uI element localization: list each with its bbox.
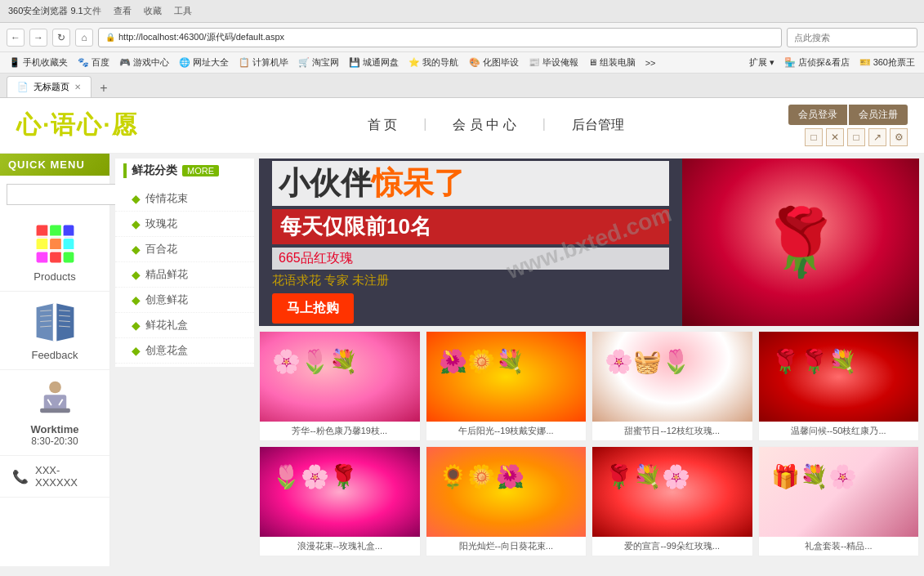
nav-backend-label: 后台管理 <box>556 117 641 134</box>
product-card-8[interactable]: 🎁💐🌸 礼盒套装--精品... <box>758 446 920 556</box>
bookmark-ticket[interactable]: 🎫 360抢票王 <box>857 56 917 69</box>
category-item-3[interactable]: ◆ 百合花 <box>115 237 254 262</box>
tab-icon: 📄 <box>17 82 29 92</box>
member-login-btn[interactable]: 会员登录 <box>788 105 847 125</box>
banner-line1: 小伙伴惊呆了 <box>272 161 669 206</box>
bookmarks-bar: 📱 手机收藏夹 🐾 百度 🎮 游戏中心 🌐 网址大全 📋 计算机毕 🛒 淘宝网 … <box>0 52 924 74</box>
product-card-5[interactable]: 浪漫花束--玫瑰礼盒... <box>259 446 421 556</box>
browser-search-input[interactable] <box>787 28 917 47</box>
feedback-label: Feedback <box>31 349 78 361</box>
cat-label-7: 创意花盒 <box>145 343 188 358</box>
product-img-1 <box>260 332 420 422</box>
cat-label-1: 传情花束 <box>145 191 188 206</box>
address-text: http://localhost:46300/源代码/default.aspx <box>118 31 284 43</box>
category-item-7[interactable]: ◆ 创意花盒 <box>115 338 254 364</box>
svg-rect-3 <box>36 239 48 251</box>
svg-rect-23 <box>43 395 66 409</box>
product-card-3[interactable]: 甜蜜节日--12枝红玫瑰... <box>591 331 753 441</box>
category-item-2[interactable]: ◆ 玫瑰花 <box>115 212 254 237</box>
banner: 小伙伴惊呆了 每天仅限前10名 665品红玫瑰 花语求花 专家 未注册 马上抢购… <box>259 159 919 326</box>
category-item-4[interactable]: ◆ 精品鲜花 <box>115 262 254 288</box>
product-name-7: 爱的宣言--99朵红玫瑰... <box>592 537 752 556</box>
backend-icon-3[interactable]: □ <box>847 128 865 146</box>
active-tab[interactable]: 📄 无标题页 ✕ <box>7 76 92 97</box>
product-card-7[interactable]: 爱的宣言--99朵红玫瑰... <box>591 446 753 556</box>
product-card-6[interactable]: 阳光灿烂--向日葵花束... <box>426 446 587 556</box>
new-tab-button[interactable]: + <box>95 79 113 97</box>
bookmark-phone[interactable]: 📱 手机收藏夹 <box>7 56 70 69</box>
main-top-row: 鲜花分类 MORE ◆ 传情花束 ◆ 玫瑰花 <box>115 159 919 556</box>
bookmark-mynav[interactable]: ⭐ 我的导航 <box>406 56 461 69</box>
product-img-6 <box>426 447 587 537</box>
bookmark-games[interactable]: 🎮 游戏中心 <box>117 56 172 69</box>
product-img-5 <box>260 447 420 537</box>
category-item-1[interactable]: ◆ 传情花束 <box>115 186 254 212</box>
edit-menu[interactable]: 查看 <box>114 5 132 17</box>
product-grid: 芳华--粉色康乃馨19枝... 午后阳光--19枝戴安娜... 甜蜜节日--12… <box>259 331 919 556</box>
sidebar-feedback[interactable]: Feedback <box>0 292 109 370</box>
category-section: 鲜花分类 MORE ◆ 传情花束 ◆ 玫瑰花 <box>115 159 254 367</box>
product-name-6: 阳光灿烂--向日葵花束... <box>426 537 587 556</box>
sidebar-search: 🔍 Go! <box>0 176 109 213</box>
bookmark-design[interactable]: 🎨 化图毕设 <box>466 56 521 69</box>
category-item-6[interactable]: ◆ 鲜花礼盒 <box>115 313 254 338</box>
cat-label-3: 百合花 <box>145 242 177 257</box>
nav-home[interactable]: 首 页 <box>351 117 413 134</box>
tools-menu[interactable]: 工具 <box>174 5 192 17</box>
cat-dot: ◆ <box>132 319 141 332</box>
banner-cta-button[interactable]: 马上抢购 <box>272 293 354 324</box>
bookmark-shop[interactable]: 🏪 店侦探&看店 <box>782 56 851 69</box>
bookmark-pc[interactable]: 🖥 组装电脑 <box>586 56 638 69</box>
cat-dot: ◆ <box>132 192 141 205</box>
product-img-4 <box>759 332 919 422</box>
banner-subline: 花语求花 专家 未注册 <box>272 273 669 288</box>
browser-title-actions: 文件 查看 收藏 工具 <box>83 5 192 17</box>
product-card-4[interactable]: 温馨问候--50枝红康乃... <box>758 331 920 441</box>
svg-rect-4 <box>50 239 62 251</box>
home-button[interactable]: ⌂ <box>75 29 93 47</box>
product-name-8: 礼盒套装--精品... <box>759 537 919 556</box>
bookmark-more[interactable]: >> <box>643 58 658 68</box>
file-menu[interactable]: 文件 <box>83 5 101 17</box>
cat-label-4: 精品鲜花 <box>145 267 188 282</box>
product-img-8: 🎁💐🌸 <box>759 447 919 537</box>
product-card-2[interactable]: 午后阳光--19枝戴安娜... <box>426 331 587 441</box>
bookmark-ext[interactable]: 扩展 ▾ <box>747 56 777 69</box>
quick-menu-header: QUICK MENU <box>0 154 109 176</box>
cat-dot: ◆ <box>132 293 141 306</box>
bookmark-bishe[interactable]: 📰 毕设俺報 <box>526 56 581 69</box>
product-card-1[interactable]: 芳华--粉色康乃馨19枝... <box>259 331 421 441</box>
category-more-btn[interactable]: MORE <box>182 165 219 176</box>
cat-dot: ◆ <box>132 268 141 281</box>
category-item-5[interactable]: ◆ 创意鲜花 <box>115 288 254 313</box>
bookmark-nav[interactable]: 🌐 网址大全 <box>176 56 231 69</box>
back-button[interactable]: ← <box>7 29 25 47</box>
svg-rect-2 <box>63 225 74 238</box>
sidebar: QUICK MENU 🔍 Go! <box>0 154 110 566</box>
bookmark-cs[interactable]: 📋 计算机毕 <box>236 56 291 69</box>
banner-line3: 665品红玫瑰 <box>272 248 669 270</box>
forward-button[interactable]: → <box>29 29 47 47</box>
product-name-4: 温馨问候--50枝红康乃... <box>759 422 919 440</box>
product-img-2 <box>426 332 587 422</box>
products-icon <box>33 221 78 266</box>
backend-icon-1[interactable]: □ <box>805 128 823 146</box>
tab-title: 无标题页 <box>33 81 69 93</box>
bookmarks-menu[interactable]: 收藏 <box>144 5 162 17</box>
banner-text-area: 小伙伴惊呆了 每天仅限前10名 665品红玫瑰 花语求花 专家 未注册 马上抢购 <box>259 159 682 326</box>
refresh-button[interactable]: ↻ <box>52 29 70 47</box>
cat-dot: ◆ <box>132 217 141 230</box>
nav-member[interactable]: 会 员 中 心 <box>436 117 532 134</box>
product-name-1: 芳华--粉色康乃馨19枝... <box>260 422 420 440</box>
member-actions: 会员登录 会员注册 <box>788 105 908 125</box>
backend-icon-5[interactable]: ⚙ <box>890 128 908 146</box>
address-bar[interactable]: 🔒 http://localhost:46300/源代码/default.asp… <box>98 28 782 47</box>
backend-icon-2[interactable]: ✕ <box>826 128 844 146</box>
bookmark-taobao[interactable]: 🛒 淘宝网 <box>296 56 341 69</box>
bookmark-yunpan[interactable]: 💾 城通网盘 <box>346 56 401 69</box>
backend-icon-4[interactable]: ↗ <box>868 128 886 146</box>
sidebar-products[interactable]: Products <box>0 213 109 292</box>
bookmark-baidu[interactable]: 🐾 百度 <box>75 56 112 69</box>
member-register-btn[interactable]: 会员注册 <box>849 105 908 125</box>
tab-close-button[interactable]: ✕ <box>74 83 81 92</box>
